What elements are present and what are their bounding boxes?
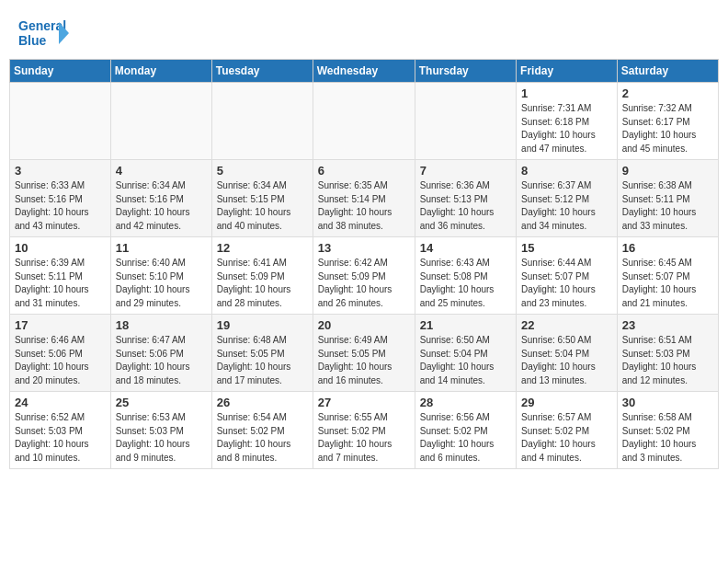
calendar-cell: 10Sunrise: 6:39 AM Sunset: 5:11 PM Dayli…: [10, 237, 111, 315]
calendar-cell: 22Sunrise: 6:50 AM Sunset: 5:04 PM Dayli…: [517, 315, 618, 392]
day-number: 6: [318, 164, 410, 178]
sun-info: Sunrise: 6:39 AM Sunset: 5:11 PM Dayligh…: [15, 257, 106, 310]
sun-info: Sunrise: 6:47 AM Sunset: 5:06 PM Dayligh…: [116, 334, 207, 387]
week-row-2: 3Sunrise: 6:33 AM Sunset: 5:16 PM Daylig…: [10, 160, 719, 237]
calendar-cell: 14Sunrise: 6:43 AM Sunset: 5:08 PM Dayli…: [415, 237, 516, 315]
sun-info: Sunrise: 7:31 AM Sunset: 6:18 PM Dayligh…: [521, 102, 612, 155]
sun-info: Sunrise: 6:41 AM Sunset: 5:09 PM Dayligh…: [217, 257, 308, 310]
calendar-cell: [415, 83, 516, 160]
weekday-saturday: Saturday: [617, 60, 718, 83]
weekday-wednesday: Wednesday: [313, 60, 415, 83]
sun-info: Sunrise: 7:32 AM Sunset: 6:17 PM Dayligh…: [622, 102, 713, 155]
day-number: 28: [420, 396, 511, 409]
calendar-cell: [313, 83, 415, 160]
week-row-1: 1Sunrise: 7:31 AM Sunset: 6:18 PM Daylig…: [10, 83, 719, 160]
calendar-cell: [211, 83, 313, 160]
sun-info: Sunrise: 6:52 AM Sunset: 5:03 PM Dayligh…: [15, 411, 106, 465]
calendar-cell: 18Sunrise: 6:47 AM Sunset: 5:06 PM Dayli…: [110, 315, 211, 392]
calendar-cell: 15Sunrise: 6:44 AM Sunset: 5:07 PM Dayli…: [517, 237, 618, 315]
calendar-header: SundayMondayTuesdayWednesdayThursdayFrid…: [10, 60, 719, 83]
calendar-cell: 9Sunrise: 6:38 AM Sunset: 5:11 PM Daylig…: [617, 160, 718, 237]
calendar-cell: [110, 83, 211, 160]
day-number: 10: [15, 241, 106, 255]
day-number: 29: [521, 396, 612, 409]
sun-info: Sunrise: 6:38 AM Sunset: 5:11 PM Dayligh…: [622, 179, 713, 233]
week-row-5: 24Sunrise: 6:52 AM Sunset: 5:03 PM Dayli…: [10, 392, 719, 469]
calendar-cell: 5Sunrise: 6:34 AM Sunset: 5:15 PM Daylig…: [211, 160, 313, 237]
sun-info: Sunrise: 6:49 AM Sunset: 5:05 PM Dayligh…: [318, 334, 410, 387]
calendar-cell: 26Sunrise: 6:54 AM Sunset: 5:02 PM Dayli…: [211, 392, 313, 469]
logo: GeneralBlue: [18, 15, 74, 52]
calendar-cell: 12Sunrise: 6:41 AM Sunset: 5:09 PM Dayli…: [211, 237, 313, 315]
day-number: 19: [217, 318, 308, 332]
calendar-body: 1Sunrise: 7:31 AM Sunset: 6:18 PM Daylig…: [10, 83, 719, 469]
day-number: 23: [622, 318, 713, 332]
sun-info: Sunrise: 6:40 AM Sunset: 5:10 PM Dayligh…: [116, 257, 207, 310]
calendar-cell: 25Sunrise: 6:53 AM Sunset: 5:03 PM Dayli…: [110, 392, 211, 469]
day-number: 3: [15, 164, 106, 178]
calendar-table: SundayMondayTuesdayWednesdayThursdayFrid…: [9, 59, 719, 469]
day-number: 22: [521, 318, 612, 332]
calendar-cell: 17Sunrise: 6:46 AM Sunset: 5:06 PM Dayli…: [10, 315, 111, 392]
sun-info: Sunrise: 6:48 AM Sunset: 5:05 PM Dayligh…: [217, 334, 308, 387]
calendar-wrapper: SundayMondayTuesdayWednesdayThursdayFrid…: [0, 59, 728, 478]
weekday-friday: Friday: [517, 60, 618, 83]
calendar-cell: 16Sunrise: 6:45 AM Sunset: 5:07 PM Dayli…: [617, 237, 718, 315]
sun-info: Sunrise: 6:35 AM Sunset: 5:14 PM Dayligh…: [318, 179, 410, 233]
calendar-cell: 4Sunrise: 6:34 AM Sunset: 5:16 PM Daylig…: [110, 160, 211, 237]
calendar-cell: 8Sunrise: 6:37 AM Sunset: 5:12 PM Daylig…: [517, 160, 618, 237]
day-number: 16: [622, 241, 713, 255]
day-number: 1: [521, 86, 612, 100]
sun-info: Sunrise: 6:54 AM Sunset: 5:02 PM Dayligh…: [217, 411, 308, 465]
calendar-cell: 27Sunrise: 6:55 AM Sunset: 5:02 PM Dayli…: [313, 392, 415, 469]
day-number: 5: [217, 164, 308, 178]
day-number: 8: [521, 164, 612, 178]
day-number: 18: [116, 318, 207, 332]
calendar-cell: 20Sunrise: 6:49 AM Sunset: 5:05 PM Dayli…: [313, 315, 415, 392]
sun-info: Sunrise: 6:56 AM Sunset: 5:02 PM Dayligh…: [420, 411, 511, 465]
day-number: 27: [318, 396, 410, 409]
week-row-3: 10Sunrise: 6:39 AM Sunset: 5:11 PM Dayli…: [10, 237, 719, 315]
page-header: GeneralBlue: [0, 0, 728, 59]
calendar-cell: 13Sunrise: 6:42 AM Sunset: 5:09 PM Dayli…: [313, 237, 415, 315]
sun-info: Sunrise: 6:57 AM Sunset: 5:02 PM Dayligh…: [521, 411, 612, 465]
sun-info: Sunrise: 6:34 AM Sunset: 5:16 PM Dayligh…: [116, 179, 207, 233]
day-number: 26: [217, 396, 308, 409]
day-number: 15: [521, 241, 612, 255]
week-row-4: 17Sunrise: 6:46 AM Sunset: 5:06 PM Dayli…: [10, 315, 719, 392]
day-number: 9: [622, 164, 713, 178]
calendar-cell: 29Sunrise: 6:57 AM Sunset: 5:02 PM Dayli…: [517, 392, 618, 469]
day-number: 4: [116, 164, 207, 178]
day-number: 7: [420, 164, 511, 178]
calendar-cell: 30Sunrise: 6:58 AM Sunset: 5:02 PM Dayli…: [617, 392, 718, 469]
day-number: 13: [318, 241, 410, 255]
day-number: 21: [420, 318, 511, 332]
sun-info: Sunrise: 6:37 AM Sunset: 5:12 PM Dayligh…: [521, 179, 612, 233]
sun-info: Sunrise: 6:58 AM Sunset: 5:02 PM Dayligh…: [622, 411, 713, 465]
sun-info: Sunrise: 6:45 AM Sunset: 5:07 PM Dayligh…: [622, 257, 713, 310]
day-number: 25: [116, 396, 207, 409]
sun-info: Sunrise: 6:42 AM Sunset: 5:09 PM Dayligh…: [318, 257, 410, 310]
calendar-cell: 3Sunrise: 6:33 AM Sunset: 5:16 PM Daylig…: [10, 160, 111, 237]
day-number: 24: [15, 396, 106, 409]
weekday-sunday: Sunday: [10, 60, 111, 83]
sun-info: Sunrise: 6:33 AM Sunset: 5:16 PM Dayligh…: [15, 179, 106, 233]
weekday-header-row: SundayMondayTuesdayWednesdayThursdayFrid…: [10, 60, 719, 83]
sun-info: Sunrise: 6:53 AM Sunset: 5:03 PM Dayligh…: [116, 411, 207, 465]
calendar-cell: 23Sunrise: 6:51 AM Sunset: 5:03 PM Dayli…: [617, 315, 718, 392]
calendar-cell: 21Sunrise: 6:50 AM Sunset: 5:04 PM Dayli…: [415, 315, 516, 392]
sun-info: Sunrise: 6:55 AM Sunset: 5:02 PM Dayligh…: [318, 411, 410, 465]
calendar-cell: [10, 83, 111, 160]
day-number: 17: [15, 318, 106, 332]
calendar-cell: 19Sunrise: 6:48 AM Sunset: 5:05 PM Dayli…: [211, 315, 313, 392]
sun-info: Sunrise: 6:44 AM Sunset: 5:07 PM Dayligh…: [521, 257, 612, 310]
calendar-cell: 11Sunrise: 6:40 AM Sunset: 5:10 PM Dayli…: [110, 237, 211, 315]
sun-info: Sunrise: 6:50 AM Sunset: 5:04 PM Dayligh…: [420, 334, 511, 387]
sun-info: Sunrise: 6:43 AM Sunset: 5:08 PM Dayligh…: [420, 257, 511, 310]
calendar-cell: 1Sunrise: 7:31 AM Sunset: 6:18 PM Daylig…: [517, 83, 618, 160]
sun-info: Sunrise: 6:34 AM Sunset: 5:15 PM Dayligh…: [217, 179, 308, 233]
sun-info: Sunrise: 6:50 AM Sunset: 5:04 PM Dayligh…: [521, 334, 612, 387]
calendar-cell: 28Sunrise: 6:56 AM Sunset: 5:02 PM Dayli…: [415, 392, 516, 469]
day-number: 12: [217, 241, 308, 255]
svg-text:Blue: Blue: [18, 33, 47, 48]
